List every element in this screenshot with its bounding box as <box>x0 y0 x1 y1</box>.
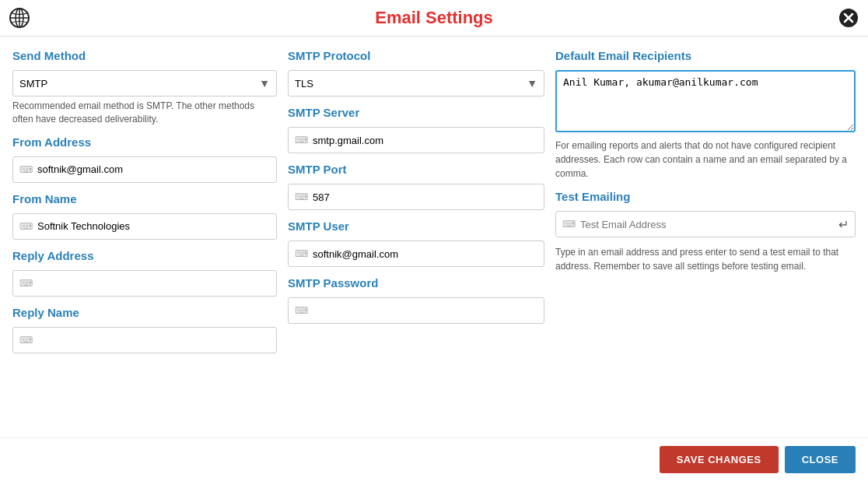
reply-address-block: Reply Address ⌨ <box>12 249 277 297</box>
send-method-select-row[interactable]: SMTP PHP Mail Sendmail ▼ <box>12 70 277 97</box>
from-name-kbd-icon: ⌨ <box>19 221 33 232</box>
smtp-protocol-block: SMTP Protocol TLS SSL None ▼ <box>288 49 544 97</box>
smtp-password-label: SMTP Password <box>288 276 544 290</box>
test-emailing-hint: Type in an email address and press enter… <box>555 245 856 273</box>
test-email-kbd-icon: ⌨ <box>562 219 576 230</box>
from-address-kbd-icon: ⌨ <box>19 164 33 175</box>
from-name-input[interactable] <box>37 220 270 232</box>
smtp-password-input-row: ⌨ <box>288 297 544 324</box>
from-address-block: From Address ⌨ <box>12 135 277 183</box>
default-recipients-textarea[interactable]: Anil Kumar, akumar@anilkumar.com <box>555 70 856 132</box>
smtp-password-kbd-icon: ⌨ <box>295 305 308 316</box>
send-method-hint: Recommended email method is SMTP. The ot… <box>12 100 277 126</box>
reply-name-block: Reply Name ⌨ <box>12 306 277 353</box>
modal-footer: SAVE CHANGES CLOSE <box>0 437 868 481</box>
reply-address-input[interactable] <box>37 277 270 289</box>
close-button[interactable]: CLOSE <box>785 446 856 473</box>
smtp-port-label: SMTP Port <box>288 163 544 176</box>
globe-icon <box>9 8 30 28</box>
smtp-port-input-row: ⌨ <box>288 184 544 210</box>
smtp-port-input[interactable] <box>313 191 537 203</box>
from-address-input[interactable] <box>37 163 270 175</box>
close-x-button[interactable] <box>838 8 859 28</box>
default-recipients-label: Default Email Recipients <box>555 49 856 62</box>
from-name-input-row: ⌨ <box>12 213 277 240</box>
smtp-user-label: SMTP User <box>288 219 544 233</box>
smtp-server-kbd-icon: ⌨ <box>295 135 308 146</box>
smtp-protocol-label: SMTP Protocol <box>288 49 544 62</box>
email-settings-modal: Email Settings Send Method SMTP PHP Mail… <box>0 0 868 481</box>
smtp-password-block: SMTP Password ⌨ <box>288 276 544 324</box>
smtp-protocol-select-row[interactable]: TLS SSL None ▼ <box>288 70 544 97</box>
from-name-label: From Name <box>12 192 277 205</box>
from-address-label: From Address <box>12 135 277 149</box>
right-column: Default Email Recipients Anil Kumar, aku… <box>555 49 856 425</box>
test-email-input-row: ⌨ ↵ <box>555 211 856 237</box>
smtp-user-kbd-icon: ⌨ <box>295 248 308 259</box>
smtp-server-block: SMTP Server ⌨ <box>288 106 544 153</box>
send-method-select[interactable]: SMTP PHP Mail Sendmail <box>19 78 270 90</box>
test-email-input[interactable] <box>580 219 838 230</box>
from-name-block: From Name ⌨ <box>12 192 277 240</box>
send-method-label: Send Method <box>12 49 277 62</box>
smtp-server-label: SMTP Server <box>288 106 544 119</box>
test-emailing-block: Test Emailing ⌨ ↵ Type in an email addre… <box>555 190 856 273</box>
smtp-port-kbd-icon: ⌨ <box>295 191 308 202</box>
modal-header: Email Settings <box>0 0 868 37</box>
mid-column: SMTP Protocol TLS SSL None ▼ SMTP Server… <box>288 49 544 425</box>
smtp-server-input-row: ⌨ <box>288 127 544 153</box>
smtp-user-input[interactable] <box>313 248 537 260</box>
default-recipients-hint: For emailing reports and alerts that do … <box>555 139 856 181</box>
smtp-protocol-select[interactable]: TLS SSL None <box>295 78 537 90</box>
smtp-password-input[interactable] <box>313 305 537 317</box>
test-emailing-label: Test Emailing <box>555 190 856 203</box>
enter-icon[interactable]: ↵ <box>838 217 849 232</box>
page-title: Email Settings <box>375 8 493 28</box>
modal-body: Send Method SMTP PHP Mail Sendmail ▼ Rec… <box>0 37 868 437</box>
reply-name-label: Reply Name <box>12 306 277 319</box>
save-changes-button[interactable]: SAVE CHANGES <box>660 446 779 473</box>
reply-name-input[interactable] <box>37 334 270 346</box>
from-address-input-row: ⌨ <box>12 156 277 183</box>
smtp-user-input-row: ⌨ <box>288 240 544 267</box>
reply-name-input-row: ⌨ <box>12 327 277 353</box>
reply-address-input-row: ⌨ <box>12 270 277 297</box>
send-method-block: Send Method SMTP PHP Mail Sendmail ▼ Rec… <box>12 49 277 126</box>
reply-address-label: Reply Address <box>12 249 277 262</box>
smtp-port-block: SMTP Port ⌨ <box>288 163 544 210</box>
smtp-user-block: SMTP User ⌨ <box>288 219 544 267</box>
smtp-server-input[interactable] <box>313 135 537 146</box>
default-recipients-block: Default Email Recipients Anil Kumar, aku… <box>555 49 856 181</box>
reply-address-kbd-icon: ⌨ <box>19 278 33 289</box>
left-column: Send Method SMTP PHP Mail Sendmail ▼ Rec… <box>12 49 277 425</box>
reply-name-kbd-icon: ⌨ <box>19 335 33 346</box>
